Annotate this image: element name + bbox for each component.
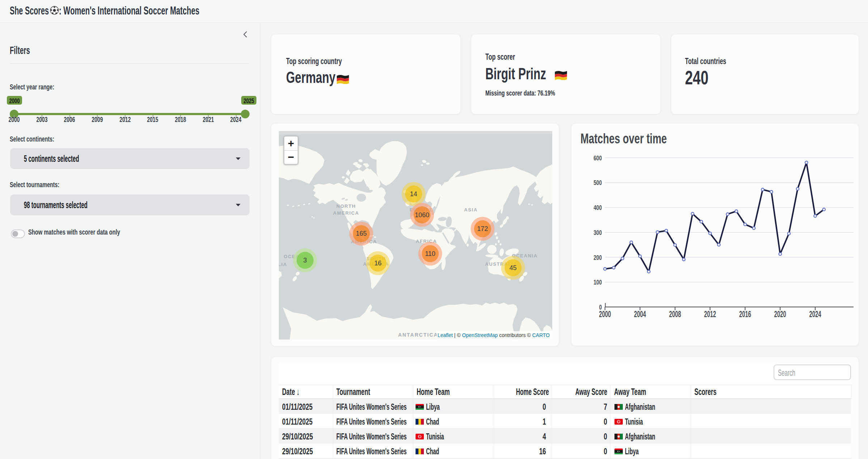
svg-text:LIA: LIA [279,262,287,267]
svg-text:NORTH: NORTH [336,203,356,209]
svg-text:100: 100 [593,278,602,286]
svg-text:500: 500 [593,179,602,187]
svg-text:2016: 2016 [739,309,751,319]
svg-text:ASIA: ASIA [464,207,477,212]
svg-text:45: 45 [510,264,517,271]
svg-text:110: 110 [425,250,435,257]
svg-text:172: 172 [477,225,488,232]
svg-text:2012: 2012 [704,309,716,319]
svg-text:300: 300 [593,229,602,237]
svg-text:1060: 1060 [415,211,429,219]
svg-text:14: 14 [410,190,417,198]
svg-text:400: 400 [593,204,602,212]
svg-text:2008: 2008 [669,309,681,319]
svg-text:ANTARCTICA: ANTARCTICA [398,332,438,338]
svg-text:600: 600 [593,154,602,162]
svg-text:3: 3 [303,257,307,264]
svg-text:2000: 2000 [599,309,611,319]
svg-text:165: 165 [356,230,367,237]
svg-text:2020: 2020 [774,309,786,319]
svg-text:AMERICA: AMERICA [333,210,359,216]
svg-text:2024: 2024 [809,309,821,319]
svg-text:200: 200 [593,253,602,261]
svg-text:2004: 2004 [634,309,646,319]
svg-text:16: 16 [374,260,382,267]
